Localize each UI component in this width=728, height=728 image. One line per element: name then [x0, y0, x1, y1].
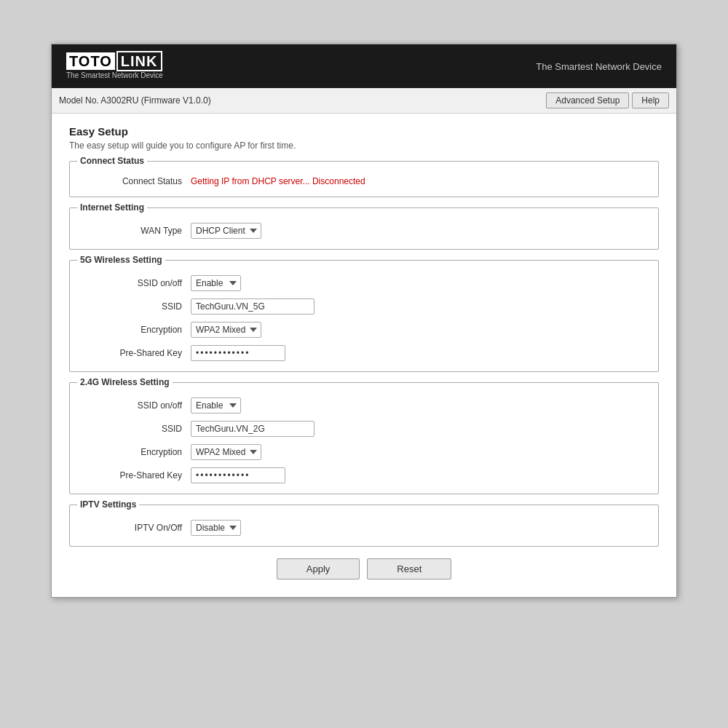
header-tagline: The Smartest Network Device — [536, 61, 662, 72]
toolbar-buttons: Advanced Setup Help — [546, 92, 669, 108]
main-content: Easy Setup The easy setup will guide you… — [52, 114, 676, 597]
5g-encryption-select[interactable]: WPA2 Mixed WPA2 WPA None — [191, 322, 261, 338]
24g-ssid-onoff-select[interactable]: Enable Disable — [191, 397, 241, 414]
connect-status-legend: Connect Status — [77, 156, 147, 166]
iptv-section: IPTV Settings IPTV On/Off Disable Enable — [69, 505, 659, 547]
5g-ssid-label: SSID — [80, 301, 182, 312]
wan-type-select[interactable]: DHCP Client Static IP PPPoE — [191, 223, 261, 239]
wan-type-row: WAN Type DHCP Client Static IP PPPoE — [80, 223, 648, 239]
iptv-legend: IPTV Settings — [77, 499, 139, 510]
iptv-onoff-label: IPTV On/Off — [80, 523, 182, 533]
page-subtitle: The easy setup will guide you to configu… — [69, 141, 659, 151]
internet-setting-legend: Internet Setting — [77, 202, 147, 213]
wireless-24g-legend: 2.4G Wireless Setting — [77, 377, 173, 387]
connect-status-value: Getting IP from DHCP server... Disconnec… — [191, 176, 365, 186]
iptv-onoff-select[interactable]: Disable Enable — [191, 520, 241, 536]
24g-ssid-label: SSID — [80, 424, 182, 434]
wireless-5g-legend: 5G Wireless Setting — [77, 255, 165, 265]
5g-encryption-row: Encryption WPA2 Mixed WPA2 WPA None — [80, 322, 648, 338]
5g-ssid-onoff-select[interactable]: Enable Disable — [191, 275, 241, 291]
logo-subtitle: The Smartest Network Device — [66, 71, 163, 79]
5g-encryption-label: Encryption — [80, 325, 182, 335]
connect-status-label: Connect Status — [80, 176, 182, 186]
toolbar: Model No. A3002RU (Firmware V1.0.0) Adva… — [52, 88, 676, 114]
5g-psk-input[interactable] — [191, 345, 285, 361]
button-row: Apply Reset — [69, 558, 659, 579]
apply-button[interactable]: Apply — [277, 558, 360, 579]
header: TOTOLINK The Smartest Network Device The… — [52, 44, 676, 88]
24g-psk-row: Pre-Shared Key — [80, 467, 648, 483]
page-title: Easy Setup — [69, 125, 659, 138]
help-button[interactable]: Help — [632, 92, 669, 108]
24g-encryption-label: Encryption — [80, 447, 182, 457]
5g-psk-label: Pre-Shared Key — [80, 348, 182, 358]
iptv-onoff-row: IPTV On/Off Disable Enable — [80, 520, 648, 536]
logo-link: LINK — [116, 51, 162, 71]
5g-ssid-row: SSID — [80, 298, 648, 314]
24g-psk-label: Pre-Shared Key — [80, 470, 182, 480]
advanced-setup-button[interactable]: Advanced Setup — [546, 92, 629, 108]
5g-ssid-onoff-row: SSID on/off Enable Disable — [80, 275, 648, 291]
wireless-24g-section: 2.4G Wireless Setting SSID on/off Enable… — [69, 382, 659, 494]
connect-status-section: Connect Status Connect Status Getting IP… — [69, 161, 659, 197]
connect-status-row: Connect Status Getting IP from DHCP serv… — [80, 176, 648, 186]
24g-psk-input[interactable] — [191, 467, 285, 483]
logo-toto: TOTO — [66, 52, 115, 70]
5g-ssid-input[interactable] — [191, 298, 314, 314]
24g-ssid-row: SSID — [80, 421, 648, 437]
reset-button[interactable]: Reset — [367, 558, 451, 579]
24g-ssid-onoff-row: SSID on/off Enable Disable — [80, 397, 648, 414]
wan-type-label: WAN Type — [80, 226, 182, 236]
24g-ssid-input[interactable] — [191, 421, 314, 437]
5g-psk-row: Pre-Shared Key — [80, 345, 648, 361]
24g-encryption-select[interactable]: WPA2 Mixed WPA2 WPA None — [191, 444, 261, 460]
wireless-5g-section: 5G Wireless Setting SSID on/off Enable D… — [69, 260, 659, 372]
logo-box: TOTOLINK — [66, 53, 163, 70]
24g-ssid-onoff-label: SSID on/off — [80, 400, 182, 411]
24g-encryption-row: Encryption WPA2 Mixed WPA2 WPA None — [80, 444, 648, 460]
internet-setting-section: Internet Setting WAN Type DHCP Client St… — [69, 207, 659, 250]
5g-ssid-onoff-label: SSID on/off — [80, 278, 182, 288]
model-info: Model No. A3002RU (Firmware V1.0.0) — [59, 95, 211, 106]
logo-area: TOTOLINK The Smartest Network Device — [66, 53, 163, 79]
